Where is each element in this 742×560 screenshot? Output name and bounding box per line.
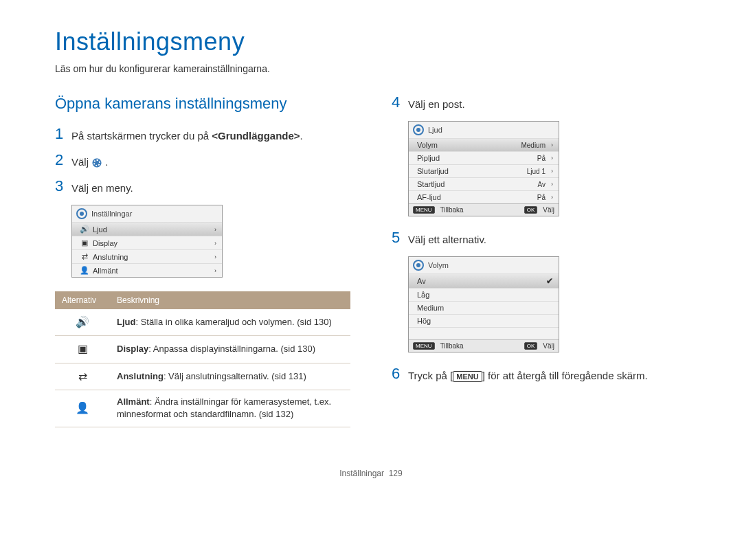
sound-icon: 🔊 — [80, 225, 89, 234]
svg-point-1 — [80, 212, 84, 216]
step-2: 2 Välj . — [55, 153, 350, 169]
option-label: Låg — [417, 291, 553, 299]
svg-point-5 — [416, 263, 420, 267]
table-row: ▣ Display: Anpassa displayinställningarn… — [55, 336, 350, 363]
step-text: Välj . — [71, 153, 109, 169]
table-row: 👤 Allmänt: Ändra inställningar för kamer… — [55, 390, 350, 427]
option-empty — [409, 327, 559, 339]
step-text: Välj ett alternativ. — [408, 230, 486, 247]
ok-button-icon: OK — [524, 342, 538, 350]
general-icon: 👤 — [80, 266, 89, 275]
panel-header: Ljud — [409, 122, 559, 138]
step-number: 2 — [55, 153, 71, 168]
panel-footer: MENU Tillbaka OK Välj — [409, 203, 559, 216]
page-footer: Inställningar 129 — [55, 469, 687, 478]
step-text: Välj en meny. — [71, 179, 133, 195]
table-row: 🔊 Ljud: Ställa in olika kameraljud och v… — [55, 309, 350, 336]
chevron-right-icon: › — [214, 226, 216, 233]
general-icon: 👤 — [55, 390, 110, 427]
step-5: 5 Välj ett alternativ. — [392, 230, 687, 247]
row-label: Startljud — [417, 180, 534, 188]
row-volym[interactable]: Volym Medium › — [409, 138, 559, 151]
connect-icon: ⇄ — [55, 363, 110, 390]
section-heading: Öppna kamerans inställningsmeny — [55, 95, 350, 113]
row-label: AF-ljud — [417, 193, 533, 201]
step-number: 1 — [55, 126, 71, 142]
option-label: Hög — [417, 317, 553, 325]
option-medium[interactable]: Medium — [409, 301, 559, 314]
panel-title: Volym — [428, 261, 449, 269]
chevron-right-icon: › — [551, 194, 553, 201]
panel-title: Inställningar — [91, 210, 132, 218]
table-head-option: Alternativ — [55, 291, 110, 309]
option-label: Medium — [417, 304, 553, 312]
select-label: Välj — [543, 206, 554, 214]
left-column: Öppna kamerans inställningsmeny 1 På sta… — [55, 95, 350, 427]
volym-panel: Volym Av ✔ Låg Medium Hög MENU — [408, 256, 559, 352]
option-label: Av — [417, 277, 542, 285]
row-pipljud[interactable]: Pipljud På › — [409, 151, 559, 164]
menu-item-ljud[interactable]: 🔊 Ljud › — [72, 222, 222, 236]
options-table: Alternativ Beskrivning 🔊 Ljud: Ställa in… — [55, 291, 350, 427]
gear-icon — [76, 208, 87, 219]
menu-item-allmant[interactable]: 👤 Allmänt › — [72, 263, 222, 277]
row-value: På — [537, 155, 546, 162]
option-av[interactable]: Av ✔ — [409, 273, 559, 288]
menu-label: Anslutning — [93, 253, 209, 261]
chevron-right-icon: › — [214, 240, 216, 247]
row-slutarljud[interactable]: Slutarljud Ljud 1 › — [409, 164, 559, 177]
page-title: Inställningsmeny — [55, 27, 687, 56]
step-1: 1 På startskärmen trycker du på <Grundlä… — [55, 126, 350, 143]
ljud-panel: Ljud Volym Medium › Pipljud På › Slutarl… — [408, 121, 559, 216]
menu-button-icon: MENU — [413, 206, 435, 214]
row-value: Medium — [521, 142, 546, 149]
chevron-right-icon: › — [214, 254, 216, 260]
page-intro: Läs om hur du konfigurerar kamerainställ… — [55, 63, 687, 74]
svg-point-3 — [416, 128, 420, 132]
row-label: Volym — [417, 141, 517, 149]
step-text: På startskärmen trycker du på <Grundlägg… — [71, 126, 303, 143]
step-number: 6 — [392, 366, 408, 381]
right-column: 4 Välj en post. Ljud Volym Medium › Pipl… — [392, 95, 687, 427]
panel-header: Inställningar — [72, 205, 222, 222]
menu-button-icon: MENU — [413, 342, 435, 350]
chevron-right-icon: › — [551, 142, 553, 148]
gear-icon — [91, 157, 102, 168]
menu-label: Ljud — [93, 225, 209, 234]
panel-title: Ljud — [428, 126, 442, 134]
select-label: Välj — [543, 342, 554, 350]
option-lag[interactable]: Låg — [409, 288, 559, 301]
footer-section: Inställningar — [339, 469, 384, 478]
footer-page-number: 129 — [389, 469, 403, 478]
chevron-right-icon: › — [551, 181, 553, 188]
gear-icon — [413, 260, 424, 271]
step-text: Tryck på [MENU] för att återgå till före… — [408, 366, 648, 383]
chevron-right-icon: › — [551, 155, 553, 161]
step-number: 4 — [392, 95, 408, 110]
panel-footer: MENU Tillbaka OK Välj — [409, 339, 559, 352]
step-number: 3 — [55, 179, 71, 194]
display-icon: ▣ — [55, 336, 110, 363]
ok-button-icon: OK — [524, 206, 538, 214]
row-startljud[interactable]: Startljud Av › — [409, 177, 559, 190]
gear-icon — [413, 124, 424, 135]
row-value: Ljud 1 — [527, 168, 546, 175]
settings-menu-panel: Inställningar 🔊 Ljud › ▣ Display › ⇄ Ans… — [71, 205, 223, 278]
menu-item-anslutning[interactable]: ⇄ Anslutning › — [72, 249, 222, 263]
menu-label: Display — [93, 239, 209, 247]
menu-item-display[interactable]: ▣ Display › — [72, 236, 222, 249]
row-label: Pipljud — [417, 154, 533, 162]
chevron-right-icon: › — [214, 267, 216, 274]
step-3: 3 Välj en meny. — [55, 179, 350, 195]
panel-header: Volym — [409, 257, 559, 273]
table-row: ⇄ Anslutning: Välj anslutningsalternativ… — [55, 363, 350, 390]
back-label: Tillbaka — [440, 206, 464, 214]
chevron-right-icon: › — [551, 168, 553, 175]
option-hog[interactable]: Hög — [409, 314, 559, 327]
menu-label: Allmänt — [93, 267, 209, 275]
row-value: Av — [538, 181, 546, 188]
table-head-desc: Beskrivning — [110, 291, 350, 309]
back-label: Tillbaka — [440, 342, 464, 350]
check-icon: ✔ — [546, 276, 553, 286]
row-afljud[interactable]: AF-ljud På › — [409, 190, 559, 203]
